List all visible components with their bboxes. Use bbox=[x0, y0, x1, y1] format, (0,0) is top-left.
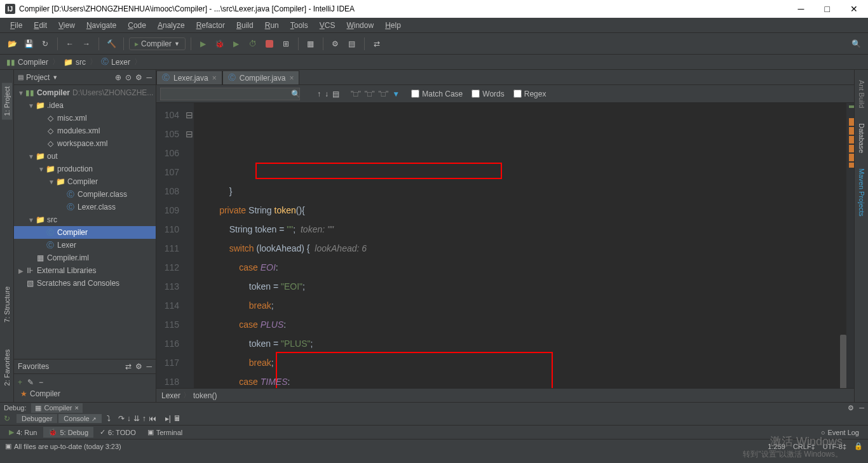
tree-item[interactable]: ◇modules.xml bbox=[14, 124, 156, 137]
attach-button[interactable]: ⊞ bbox=[279, 37, 293, 51]
breadcrumb-item[interactable]: ⒸLexer bbox=[97, 57, 134, 67]
tool-maven[interactable]: Maven Projects bbox=[857, 164, 867, 220]
tree-external-libs[interactable]: ▶⊪External Libraries bbox=[14, 264, 156, 277]
tab-debugger[interactable]: Debugger bbox=[17, 414, 57, 423]
menu-file[interactable]: File bbox=[5, 20, 27, 31]
tree-item[interactable]: ⒸLexer.class bbox=[14, 201, 156, 213]
settings-icon[interactable]: ⚙ bbox=[329, 37, 342, 51]
menu-build[interactable]: Build bbox=[231, 20, 259, 31]
code-line[interactable]: case EOI: bbox=[200, 258, 846, 277]
code-editor[interactable]: 1041051061071081091101111121131141151161… bbox=[156, 103, 854, 388]
next-match-icon[interactable]: ↓ bbox=[325, 90, 329, 98]
sdk-icon[interactable]: ⇄ bbox=[370, 37, 384, 51]
run-configuration[interactable]: ▸ Compiler ▼ bbox=[129, 37, 186, 50]
crumb-class[interactable]: Lexer bbox=[161, 391, 180, 400]
tool-todo[interactable]: ✓6: TODO bbox=[95, 427, 141, 438]
find-dropdown-icon[interactable]: 🔍 bbox=[291, 90, 301, 98]
search-icon[interactable]: 🔍 bbox=[849, 37, 863, 51]
maximize-button[interactable]: □ bbox=[820, 4, 835, 14]
run-button[interactable]: ▶ bbox=[196, 37, 210, 51]
tool-database[interactable]: Database bbox=[857, 119, 867, 157]
tool-structure[interactable]: 7: Structure bbox=[2, 283, 12, 326]
error-stripe[interactable] bbox=[846, 103, 854, 388]
layout-icon[interactable]: ▦ bbox=[304, 37, 318, 51]
tree-item[interactable]: ▦Compiler.iml bbox=[14, 252, 156, 264]
tool-favorites[interactable]: 2: Favorites bbox=[2, 346, 12, 389]
minimize-button[interactable]: ─ bbox=[793, 4, 810, 14]
drop-frame-icon[interactable]: ⏮ bbox=[149, 414, 156, 423]
tool-project[interactable]: 1: Project bbox=[2, 83, 12, 119]
code-line[interactable]: case PLUS: bbox=[200, 315, 846, 334]
menu-navigate[interactable]: Navigate bbox=[81, 20, 121, 31]
open-icon[interactable]: 📂 bbox=[5, 37, 19, 51]
undo-icon[interactable]: ← bbox=[63, 37, 77, 51]
menu-view[interactable]: View bbox=[53, 20, 80, 31]
coverage-button[interactable]: ▶ bbox=[229, 37, 243, 51]
editor-tab[interactable]: ⒸCompiler.java× bbox=[222, 70, 300, 84]
tree-item[interactable]: ▼📁.idea bbox=[14, 99, 156, 112]
add-favorite-icon[interactable]: + bbox=[18, 378, 22, 387]
menu-vcs[interactable]: VCS bbox=[315, 20, 341, 31]
collapse-icon[interactable]: ⊕ bbox=[115, 73, 121, 82]
status-icon[interactable]: ▣ bbox=[5, 442, 11, 450]
tree-item[interactable]: ▼📁out bbox=[14, 150, 156, 163]
match-case-checkbox[interactable]: Match Case bbox=[411, 90, 463, 98]
tree-item[interactable]: ◇workspace.xml bbox=[14, 137, 156, 150]
menu-refactor[interactable]: Refactor bbox=[191, 20, 230, 31]
words-checkbox[interactable]: Words bbox=[471, 90, 504, 98]
lock-icon[interactable]: 🔒 bbox=[854, 442, 863, 450]
code-line[interactable]: switch (lookAhead) { lookAhead: 6 bbox=[200, 239, 846, 258]
tree-root[interactable]: ▼▮▮Compiler D:\Users\ZHONGZHE... bbox=[14, 86, 156, 99]
tool-debug[interactable]: 🐞5: Debug bbox=[43, 427, 93, 438]
gear-icon[interactable]: ⚙ bbox=[135, 73, 142, 82]
redo-icon[interactable]: → bbox=[79, 37, 93, 51]
tree-scratches[interactable]: ▧Scratches and Consoles bbox=[14, 277, 156, 290]
tree-item[interactable]: ▼📁production bbox=[14, 163, 156, 175]
menu-analyze[interactable]: Analyze bbox=[153, 20, 190, 31]
force-step-icon[interactable]: ⇊ bbox=[133, 414, 140, 423]
code-line[interactable]: break; bbox=[200, 353, 846, 372]
vertical-scrollbar[interactable] bbox=[840, 335, 846, 388]
menu-tools[interactable]: Tools bbox=[285, 20, 313, 31]
code-line[interactable]: case TIMES: bbox=[200, 372, 846, 388]
hide-icon[interactable]: ─ bbox=[146, 73, 152, 82]
toggle-case-icon[interactable]: "□" bbox=[379, 90, 389, 98]
run-to-cursor-icon[interactable]: ▸| bbox=[165, 414, 171, 423]
hide-icon[interactable]: ─ bbox=[859, 404, 864, 412]
crumb-method[interactable]: token() bbox=[193, 391, 217, 400]
gear-icon[interactable]: ⚙ bbox=[135, 362, 142, 371]
step-icon[interactable]: ↷ bbox=[118, 414, 125, 423]
menu-edit[interactable]: Edit bbox=[29, 20, 52, 31]
tree-item[interactable]: ▼📁src bbox=[14, 213, 156, 226]
code-line[interactable]: } bbox=[200, 182, 846, 201]
code-line[interactable]: private String token(){ bbox=[200, 201, 846, 220]
tree-item[interactable]: ▼📁Compiler bbox=[14, 175, 156, 188]
evaluate-icon[interactable]: 🖩 bbox=[173, 414, 181, 423]
gear-icon[interactable]: ⚙ bbox=[848, 404, 854, 412]
project-tree[interactable]: ▼▮▮Compiler D:\Users\ZHONGZHE...▼📁.idea◇… bbox=[14, 85, 156, 359]
nav-icon[interactable]: ⇄ bbox=[125, 362, 132, 371]
stop-button[interactable] bbox=[262, 37, 276, 51]
remove-favorite-icon[interactable]: − bbox=[39, 378, 43, 387]
code-line[interactable]: token = "PLUS"; bbox=[200, 334, 846, 353]
code-line[interactable]: break; bbox=[200, 296, 846, 315]
tree-item[interactable]: ⒸCompiler.class bbox=[14, 188, 156, 201]
code-line[interactable]: String token = ""; token: "" bbox=[200, 220, 846, 239]
close-tab-icon[interactable]: × bbox=[289, 74, 294, 83]
close-button[interactable]: ✕ bbox=[845, 4, 863, 14]
select-all-icon[interactable]: ▤ bbox=[332, 90, 339, 98]
breadcrumb-item[interactable]: ▮▮Compiler bbox=[3, 58, 52, 67]
tool-run[interactable]: ▶4: Run bbox=[4, 427, 42, 438]
debug-restart-icon[interactable]: ↻ bbox=[4, 414, 10, 423]
tool-ant[interactable]: Ant Build bbox=[857, 76, 867, 112]
code-line[interactable]: token = "EOI"; bbox=[200, 277, 846, 296]
menu-help[interactable]: Help bbox=[380, 20, 406, 31]
regex-checkbox[interactable]: Regex bbox=[513, 90, 546, 98]
hide-icon[interactable]: ─ bbox=[146, 362, 152, 371]
prev-match-icon[interactable]: ↑ bbox=[317, 90, 321, 98]
add-selection-icon[interactable]: "□" bbox=[351, 90, 361, 98]
close-tab-icon[interactable]: × bbox=[212, 74, 217, 83]
structure-icon[interactable]: ▤ bbox=[345, 37, 359, 51]
tree-item[interactable]: ◇misc.xml bbox=[14, 112, 156, 124]
tab-console[interactable]: Console ↗ bbox=[58, 414, 101, 423]
